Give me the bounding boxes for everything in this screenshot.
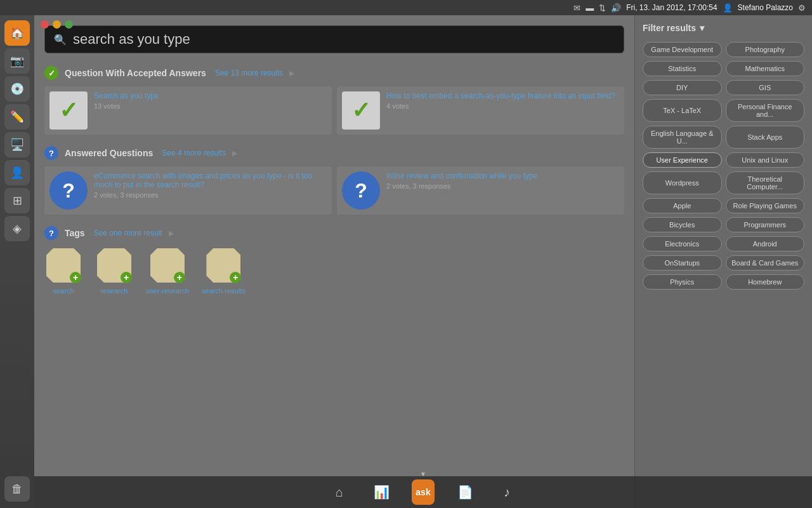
filter-btn-bicycles[interactable]: Bicycles — [643, 217, 722, 232]
accepted-more-arrow: ▶ — [289, 69, 294, 77]
answered-results-grid: ? eCommerce search with Images and price… — [44, 166, 624, 215]
bottom-bar-arrow: ▼ — [34, 471, 812, 478]
result-title-1[interactable]: Search as you type — [94, 91, 327, 100]
result-votes-1: 13 votes — [94, 102, 327, 110]
filter-btn-role-playing[interactable]: Role Playing Games — [726, 198, 805, 213]
dock-item-grid[interactable]: ⊞ — [4, 188, 30, 213]
taskbar-ask[interactable]: ask — [412, 481, 435, 504]
dock-item-edit[interactable]: ✏️ — [4, 104, 30, 130]
volume-icon[interactable]: 🔊 — [611, 3, 621, 13]
dock-item-extra[interactable]: ◈ — [4, 216, 30, 241]
question-thumb-2: ? — [342, 171, 380, 210]
tag-item-research[interactable]: + research — [95, 246, 133, 295]
tag-plus-search-results: + — [230, 272, 241, 283]
search-input[interactable] — [73, 31, 615, 48]
accepted-see-more[interactable]: See 13 more results — [215, 69, 283, 77]
filter-btn-stack-apps[interactable]: Stack Apps — [726, 126, 805, 149]
dock-item-home[interactable]: 🏠 — [4, 20, 30, 46]
filter-btn-physics[interactable]: Physics — [643, 274, 722, 290]
answered-see-more[interactable]: See 4 more results — [162, 149, 226, 157]
tag-item-user-research[interactable]: + user-research — [146, 246, 189, 295]
main-area: 🔍 ✓ Question With Accepted Answers See 1… — [34, 15, 812, 508]
filter-panel: Filter results ▾ Game Development Photog… — [634, 15, 812, 508]
taskbar-ask-button[interactable]: ask — [412, 479, 435, 505]
dock-item-trash[interactable]: 🗑 — [4, 476, 30, 502]
filter-btn-apple[interactable]: Apple — [643, 198, 722, 213]
answered-result-2[interactable]: ? Inline review and confirmation while y… — [337, 166, 624, 215]
search-panel: 🔍 ✓ Question With Accepted Answers See 1… — [34, 15, 634, 508]
answered-votes-2: 2 votes, 3 responses — [386, 182, 619, 190]
search-icon: 🔍 — [54, 34, 67, 46]
system-time: Fri, 13. Jan 2012, 17:00:54 — [626, 3, 717, 12]
accepted-answers-header: ✓ Question With Accepted Answers See 13 … — [44, 66, 624, 80]
tag-icon-research: + — [95, 246, 133, 284]
dock-item-photos[interactable]: 📷 — [4, 48, 30, 74]
filter-btn-electronics[interactable]: Electronics — [643, 236, 722, 251]
question-thumb-1: ? — [49, 171, 88, 210]
tag-item-search-results[interactable]: + search-results — [202, 246, 246, 295]
tag-icon-search: + — [44, 246, 82, 284]
window-close-button[interactable] — [41, 20, 49, 29]
filter-btn-board-card[interactable]: Board & Card Games — [726, 255, 805, 271]
accepted-title: Question With Accepted Answers — [65, 68, 206, 78]
filter-btn-tex-latex[interactable]: TeX - LaTeX — [643, 99, 722, 122]
settings-icon[interactable]: ⚙ — [798, 3, 806, 13]
filter-btn-wordpress[interactable]: Wordpress — [643, 171, 722, 194]
tags-icon: ? — [44, 226, 58, 240]
answered-title: Answered Questions — [65, 148, 153, 158]
filter-btn-diy[interactable]: DIY — [643, 80, 722, 95]
accepted-result-1[interactable]: Search as you type 13 votes — [44, 86, 332, 135]
tag-label-search-results: search-results — [202, 287, 246, 295]
filter-btn-programmers[interactable]: Programmers — [726, 217, 805, 232]
filter-btn-onstartups[interactable]: OnStartups — [643, 255, 722, 271]
filter-btn-homebrew[interactable]: Homebrew — [726, 274, 805, 290]
taskbar-music[interactable]: ♪ — [495, 481, 518, 504]
result-votes-2: 4 votes — [386, 102, 619, 110]
tag-item-search[interactable]: + search — [44, 246, 82, 295]
dock-item-users[interactable]: 👤 — [4, 160, 30, 185]
tags-grid: + search + research + user-re — [44, 246, 624, 295]
system-user[interactable]: Stefano Palazzo — [738, 3, 793, 12]
result-thumb-1 — [49, 91, 88, 130]
answered-text-2: Inline review and confirmation while you… — [386, 171, 619, 190]
tags-see-more[interactable]: See one more result — [94, 229, 162, 237]
dock-item-disk[interactable]: 💿 — [4, 76, 30, 102]
filter-btn-unix-linux[interactable]: Unix and Linux — [726, 152, 805, 168]
tags-section: ? Tags See one more result ▶ + search + — [44, 226, 624, 295]
filter-btn-theoretical-computer[interactable]: Theoretical Computer... — [726, 171, 805, 194]
accepted-result-2[interactable]: How to best embed a search-as-you-type f… — [337, 86, 624, 135]
answered-questions-section: ? Answered Questions See 4 more results … — [44, 146, 624, 215]
taskbar-charts[interactable]: 📊 — [370, 481, 393, 504]
answered-title-1[interactable]: eCommerce search with Images and prices … — [94, 171, 327, 189]
battery-icon: ▬ — [586, 3, 594, 13]
left-dock: 🏠 📷 💿 ✏️ 🖥️ 👤 ⊞ ◈ 🗑 — [0, 15, 34, 508]
answered-title-2[interactable]: Inline review and confirmation while you… — [386, 171, 619, 180]
tag-plus-user-research: + — [174, 272, 185, 283]
accepted-icon: ✓ — [44, 66, 58, 80]
accepted-answers-section: ✓ Question With Accepted Answers See 13 … — [44, 66, 624, 135]
filter-btn-mathematics[interactable]: Mathematics — [726, 61, 805, 76]
mail-icon[interactable]: ✉ — [573, 3, 580, 13]
filter-btn-android[interactable]: Android — [726, 236, 805, 251]
filter-btn-photography[interactable]: Photography — [726, 42, 805, 57]
filter-btn-gis[interactable]: GIS — [726, 80, 805, 95]
answered-result-1[interactable]: ? eCommerce search with Images and price… — [44, 166, 332, 215]
accepted-results-grid: Search as you type 13 votes How to best … — [44, 86, 624, 135]
network-icon[interactable]: ⇅ — [599, 3, 606, 13]
tag-label-search: search — [53, 287, 74, 295]
filter-btn-user-experience[interactable]: User Experience — [643, 152, 722, 168]
result-title-2[interactable]: How to best embed a search-as-you-type f… — [386, 91, 619, 100]
tag-plus-research: + — [121, 272, 132, 283]
filter-btn-statistics[interactable]: Statistics — [643, 61, 722, 76]
dock-item-terminal[interactable]: 🖥️ — [4, 132, 30, 157]
filter-btn-game-development[interactable]: Game Development — [643, 42, 722, 57]
answered-icon: ? — [44, 146, 58, 160]
window-minimize-button[interactable] — [53, 20, 61, 29]
window-maximize-button[interactable] — [65, 20, 73, 29]
filter-btn-personal-finance[interactable]: Personal Finance and... — [726, 99, 805, 122]
taskbar-home[interactable]: ⌂ — [328, 481, 351, 504]
answered-more-arrow: ▶ — [232, 149, 237, 157]
filter-btn-english-language[interactable]: English Language & U... — [643, 126, 722, 149]
taskbar-docs[interactable]: 📄 — [454, 481, 476, 504]
tags-more-arrow: ▶ — [169, 229, 174, 237]
